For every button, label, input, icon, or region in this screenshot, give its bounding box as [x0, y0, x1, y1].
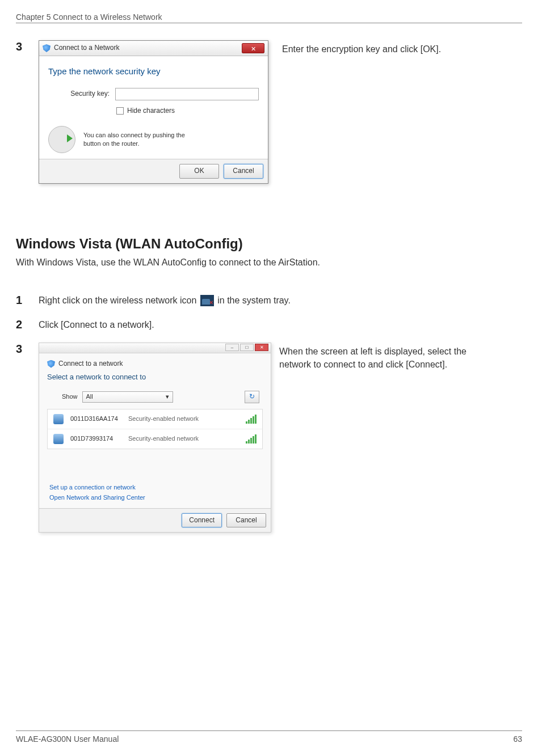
ok-button[interactable]: OK — [179, 164, 219, 178]
dialog-heading: Select a network to connect to — [39, 371, 271, 391]
minimize-icon[interactable]: – — [225, 344, 239, 351]
close-icon[interactable]: ✕ — [255, 344, 268, 351]
network-icon — [53, 414, 64, 424]
open-network-center-link[interactable]: Open Network and Sharing Center — [49, 493, 260, 502]
signal-bars-icon — [246, 415, 257, 424]
signal-bars-icon — [246, 434, 257, 444]
security-key-input[interactable] — [115, 88, 259, 100]
close-icon[interactable]: ✕ — [242, 43, 264, 53]
dialog-heading: Type the network security key — [48, 65, 259, 78]
section-intro: With Windows Vista, use the WLAN AutoCon… — [16, 257, 522, 268]
network-icon — [53, 434, 64, 444]
cancel-button[interactable]: Cancel — [224, 164, 263, 178]
dialog-title: Connect to a network — [58, 359, 123, 369]
maximize-icon[interactable]: □ — [240, 344, 254, 351]
step-number: 2 — [16, 318, 39, 331]
connect-network-dialog: – □ ✕ Connect to a network Select a netw… — [39, 343, 271, 533]
network-security-label: Security-enabled network — [128, 434, 239, 444]
security-key-dialog: Connect to a Network ✕ Type the network … — [39, 40, 268, 184]
network-name: 0011D316AA174 — [70, 415, 121, 424]
shield-icon — [47, 360, 55, 368]
window-controls: – □ ✕ — [39, 343, 271, 353]
wireless-tray-icon — [200, 295, 214, 306]
router-push-icon — [48, 126, 75, 153]
setup-connection-link[interactable]: Set up a connection or network — [49, 483, 260, 492]
step-number: 3 — [16, 40, 39, 53]
hide-characters-label: Hide characters — [127, 106, 175, 116]
step-number: 1 — [16, 294, 39, 307]
cancel-button[interactable]: Cancel — [226, 513, 266, 527]
page-number: 63 — [513, 734, 522, 744]
dialog-title: Connect to a Network — [54, 43, 119, 53]
network-name: 001D73993174 — [70, 434, 121, 444]
show-label: Show — [62, 392, 78, 402]
step3b-instruction: When the screen at left is displayed, se… — [279, 343, 466, 371]
section-heading: Windows Vista (WLAN AutoConfig) — [16, 236, 522, 252]
step-number: 3 — [16, 343, 39, 356]
security-key-label: Security key: — [64, 89, 110, 99]
step1-text: Right click on the wireless network icon… — [39, 294, 522, 307]
network-security-label: Security-enabled network — [128, 415, 239, 424]
network-list-item[interactable]: 001D73993174 Security-enabled network — [48, 429, 262, 449]
network-list: 0011D316AA174 Security-enabled network 0… — [47, 409, 263, 449]
step3-instruction: Enter the encryption key and click [OK]. — [282, 40, 441, 56]
show-filter-dropdown[interactable]: All ▾ — [82, 391, 173, 403]
chapter-header: Chapter 5 Connect to a Wireless Network — [16, 12, 522, 23]
router-push-text: You can also connect by pushing the butt… — [83, 131, 185, 148]
step2-text: Click [Connect to a network]. — [39, 318, 522, 331]
refresh-button[interactable]: ↻ — [245, 391, 259, 403]
shield-icon — [43, 44, 51, 52]
hide-characters-checkbox[interactable] — [116, 107, 124, 115]
dialog-titlebar: Connect to a Network ✕ — [39, 41, 268, 56]
chevron-down-icon: ▾ — [166, 392, 169, 402]
footer-manual-name: WLAE-AG300N User Manual — [16, 734, 119, 744]
network-list-item[interactable]: 0011D316AA174 Security-enabled network — [48, 409, 262, 429]
connect-button[interactable]: Connect — [182, 513, 222, 527]
